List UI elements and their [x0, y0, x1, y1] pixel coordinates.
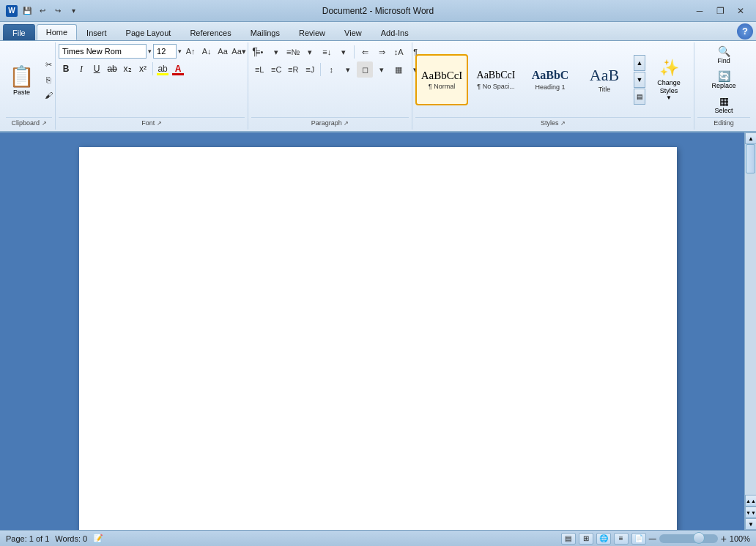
close-button[interactable]: ✕ — [731, 4, 750, 18]
zoom-in-button[interactable]: + — [721, 533, 727, 545]
minimize-button[interactable]: ─ — [690, 4, 709, 18]
font-dialog-launcher[interactable]: ↗ — [157, 120, 162, 127]
shading-arrow[interactable]: ▾ — [374, 61, 390, 78]
font-name-arrow[interactable]: ▾ — [148, 48, 152, 55]
text-highlight-button[interactable]: ab — [155, 61, 170, 76]
tab-page-layout[interactable]: Page Layout — [116, 24, 181, 40]
styles-group-label[interactable]: Styles ↗ — [415, 117, 691, 128]
align-center-button[interactable]: ≡C — [268, 61, 284, 78]
scroll-up-arrow[interactable]: ▲ — [745, 132, 756, 144]
style-heading1-button[interactable]: AaBbC Heading 1 — [524, 54, 577, 105]
styles-scroll-down[interactable]: ▼ — [634, 72, 645, 88]
line-spacing-button[interactable]: ↕ — [323, 61, 339, 78]
underline-button[interactable]: U — [89, 61, 104, 76]
copy-button[interactable]: ⎘ — [40, 72, 56, 87]
help-button[interactable]: ? — [737, 23, 753, 40]
clipboard-dialog-launcher[interactable]: ↗ — [42, 120, 47, 127]
zoom-slider[interactable] — [659, 534, 718, 543]
styles-dialog-launcher[interactable]: ↗ — [560, 120, 566, 127]
decrease-font-button[interactable]: A↓ — [199, 44, 214, 59]
italic-button[interactable]: I — [74, 61, 89, 76]
para-divider1 — [354, 45, 355, 59]
styles-more-button[interactable]: ▤ — [634, 89, 645, 105]
scroll-page-up[interactable]: ▲▲ — [745, 495, 756, 506]
tab-file[interactable]: File — [3, 24, 35, 40]
document-page[interactable] — [79, 147, 677, 530]
restore-button[interactable]: ❐ — [711, 4, 730, 18]
increase-indent-button[interactable]: ⇒ — [374, 44, 390, 60]
scroll-page-down[interactable]: ▼▼ — [745, 506, 756, 518]
superscript-button[interactable]: x² — [136, 61, 150, 76]
justify-button[interactable]: ≡J — [302, 61, 318, 78]
font-color-button[interactable]: A — [171, 61, 185, 76]
customize-quick-btn[interactable]: ▾ — [67, 4, 80, 18]
scroll-track[interactable] — [745, 144, 756, 495]
spell-check-icon[interactable]: 📝 — [93, 534, 103, 543]
clear-formatting-button[interactable]: Aa — [215, 44, 230, 59]
styles-scroll-up[interactable]: ▲ — [634, 55, 645, 71]
bullets-arrow[interactable]: ▾ — [268, 44, 284, 60]
align-left-button[interactable]: ≡L — [251, 61, 267, 78]
line-spacing-arrow[interactable]: ▾ — [340, 61, 356, 78]
select-button[interactable]: ▦ Select — [702, 94, 746, 116]
multilevel-arrow[interactable]: ▾ — [336, 44, 352, 60]
paragraph-content: ≡• ▾ ≡№ ▾ ≡↓ ▾ ⇐ ⇒ ↕A ¶ ≡L ≡C ≡R ≡J — [251, 44, 409, 116]
change-styles-button[interactable]: ✨ Change Styles ▼ — [647, 56, 691, 105]
bold-button[interactable]: B — [59, 61, 73, 76]
style-normal-button[interactable]: AaBbCcI ¶ Normal — [415, 54, 468, 105]
zoom-thumb[interactable] — [693, 532, 705, 544]
replace-button[interactable]: 🔄 Replace — [702, 69, 746, 91]
scroll-thumb[interactable] — [746, 144, 755, 173]
borders-button[interactable]: ▦ — [390, 61, 407, 78]
increase-font-button[interactable]: A↑ — [183, 44, 198, 59]
tab-home[interactable]: Home — [37, 24, 77, 40]
paste-button[interactable]: 📋 Paste — [6, 63, 37, 97]
paste-icon: 📋 — [9, 64, 34, 89]
clipboard-group-label[interactable]: Clipboard ↗ — [6, 117, 52, 128]
format-painter-button[interactable]: 🖌 — [40, 88, 56, 102]
font-name-dropdown[interactable]: Times New Rom — [59, 44, 147, 59]
zoom-out-button[interactable]: ─ — [649, 533, 656, 545]
redo-quick-btn[interactable]: ↪ — [51, 4, 64, 18]
web-layout-view-button[interactable]: 🌐 — [596, 533, 611, 545]
tab-insert[interactable]: Insert — [77, 24, 116, 40]
select-icon: ▦ — [719, 95, 729, 107]
paragraph-dialog-launcher[interactable]: ↗ — [344, 120, 349, 127]
outline-view-button[interactable]: ≡ — [614, 533, 629, 545]
document-content[interactable] — [0, 132, 756, 530]
full-screen-view-button[interactable]: ⊞ — [579, 533, 593, 545]
tab-add-ins[interactable]: Add-Ins — [371, 24, 418, 40]
numbering-button[interactable]: ≡№ — [285, 44, 301, 60]
print-layout-view-button[interactable]: ▤ — [561, 533, 576, 545]
save-quick-btn[interactable]: 💾 — [21, 4, 34, 18]
undo-quick-btn[interactable]: ↩ — [36, 4, 49, 18]
paragraph-group-label[interactable]: Paragraph ↗ — [251, 117, 409, 128]
find-button[interactable]: 🔍 Find — [702, 44, 746, 66]
change-case-button[interactable]: Aa▾ — [231, 44, 246, 59]
tab-references[interactable]: References — [180, 24, 240, 40]
tab-mailings[interactable]: Mailings — [241, 24, 289, 40]
numbering-arrow[interactable]: ▾ — [302, 44, 318, 60]
decrease-indent-button[interactable]: ⇐ — [357, 44, 373, 60]
strikethrough-button[interactable]: ab — [105, 61, 119, 76]
scroll-down-arrow[interactable]: ▼ — [745, 518, 756, 530]
tab-review[interactable]: Review — [289, 24, 335, 40]
style-no-spacing-button[interactable]: AaBbCcI ¶ No Spaci... — [470, 54, 522, 105]
font-group-label[interactable]: Font ↗ — [59, 117, 245, 128]
font-size-dropdown[interactable]: 12 — [153, 44, 177, 59]
align-right-button[interactable]: ≡R — [285, 61, 301, 78]
replace-icon: 🔄 — [718, 70, 730, 82]
word-icon: W — [6, 5, 18, 17]
sort-button[interactable]: ↕A — [390, 44, 407, 60]
bullets-button[interactable]: ≡• — [251, 44, 267, 60]
multilevel-button[interactable]: ≡↓ — [319, 44, 335, 60]
shading-button[interactable]: ◻ — [357, 61, 373, 78]
tab-view[interactable]: View — [335, 24, 371, 40]
replace-label: Replace — [711, 82, 735, 89]
subscript-button[interactable]: x₂ — [120, 61, 135, 76]
ribbon: 📋 Paste ✂ ⎘ 🖌 Clipboard ↗ Times New Rom — [0, 41, 756, 132]
cut-button[interactable]: ✂ — [40, 57, 56, 72]
font-size-arrow[interactable]: ▾ — [178, 48, 182, 55]
style-title-button[interactable]: AaB Title — [578, 54, 631, 105]
draft-view-button[interactable]: 📄 — [631, 533, 646, 545]
